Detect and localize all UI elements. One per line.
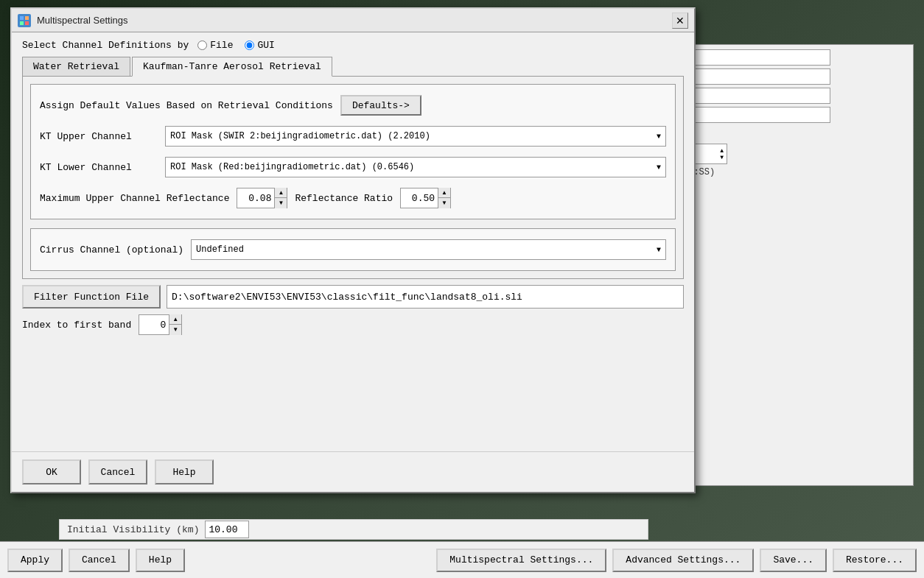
- tab-panel: Assign Default Values Based on Retrieval…: [22, 77, 684, 279]
- radio-file[interactable]: File: [197, 40, 233, 51]
- max-upper-arrows: ▲ ▼: [274, 188, 287, 208]
- radio-gui[interactable]: GUI: [245, 40, 274, 51]
- reflectance-ratio-up[interactable]: ▲: [438, 188, 450, 198]
- advanced-settings-button[interactable]: Advanced Settings...: [612, 549, 754, 572]
- cancel-button[interactable]: Cancel: [88, 459, 147, 484]
- ok-button[interactable]: OK: [22, 459, 81, 484]
- toolbar-help-button[interactable]: Help: [136, 549, 185, 572]
- multispectral-settings-button[interactable]: Multispectral Settings...: [436, 549, 606, 572]
- reflectance-ratio-input[interactable]: [401, 188, 438, 208]
- tab-water-retrieval[interactable]: Water Retrieval: [22, 57, 130, 76]
- right-panel-row-3: [683, 88, 909, 104]
- index-spinner[interactable]: ▲ ▼: [139, 314, 182, 335]
- radio-gui-label: GUI: [257, 40, 274, 51]
- right-panel-row-2: [683, 68, 909, 85]
- right-panel-row-4: [683, 107, 909, 123]
- reflectance-ratio-spinner[interactable]: ▲ ▼: [400, 188, 451, 208]
- title-bar-left: Multispectral Settings: [18, 14, 128, 27]
- index-row: Index to first band ▲ ▼: [22, 314, 684, 335]
- tab-kaufman-tanre[interactable]: Kaufman-Tanre Aerosol Retrieval: [132, 57, 332, 77]
- right-spinner-up[interactable]: ▲: [720, 147, 724, 154]
- kt-lower-dropdown[interactable]: ROI Mask (Red:beijingradiometric.dat) (0…: [165, 157, 666, 177]
- app-icon: [18, 14, 31, 27]
- initial-visibility-label: Initial Visibility (km): [67, 524, 199, 535]
- right-panel: 0 ▲ ▼ MM:SS): [678, 44, 914, 486]
- channel-def-label: Select Channel Definitions by: [22, 40, 189, 51]
- right-panel-row-1: [683, 49, 909, 66]
- max-upper-down[interactable]: ▼: [275, 198, 287, 208]
- max-upper-input[interactable]: [237, 188, 274, 208]
- kt-upper-arrow: ▼: [657, 133, 661, 141]
- restore-button[interactable]: Restore...: [833, 549, 917, 572]
- svg-rect-3: [25, 21, 29, 25]
- dialog-title: Multispectral Settings: [37, 15, 128, 26]
- initial-visibility-input[interactable]: [205, 521, 249, 538]
- dialog-buttons: OK Cancel Help: [12, 451, 694, 492]
- index-up[interactable]: ▲: [169, 314, 181, 325]
- defaults-label: Assign Default Values Based on Retrieval…: [40, 100, 333, 111]
- svg-rect-0: [20, 16, 24, 20]
- cirrus-dropdown[interactable]: Undefined ▼: [191, 239, 666, 260]
- index-arrows: ▲ ▼: [169, 314, 181, 335]
- tabs-row: Water Retrieval Kaufman-Tanre Aerosol Re…: [22, 57, 684, 77]
- defaults-button[interactable]: Defaults->: [340, 95, 421, 116]
- defaults-row: Assign Default Values Based on Retrieval…: [40, 95, 666, 116]
- kt-upper-row: KT Upper Channel ROI Mask (SWIR 2:beijin…: [40, 126, 666, 147]
- dialog-content: Select Channel Definitions by File GUI W…: [12, 32, 694, 451]
- index-input[interactable]: [139, 315, 169, 334]
- max-upper-label: Maximum Upper Channel Reflectance: [40, 193, 229, 204]
- svg-rect-1: [25, 16, 29, 20]
- toolbar-cancel-button[interactable]: Cancel: [69, 549, 130, 572]
- radio-gui-input[interactable]: [245, 40, 254, 50]
- kt-upper-value: ROI Mask (SWIR 2:beijingradiometric.dat)…: [170, 131, 430, 141]
- right-panel-row-6: MM:SS): [683, 167, 909, 177]
- index-down[interactable]: ▼: [169, 325, 181, 335]
- cirrus-label: Cirrus Channel (optional): [40, 244, 183, 255]
- kt-lower-value: ROI Mask (Red:beijingradiometric.dat) (0…: [170, 162, 414, 172]
- apply-button[interactable]: Apply: [7, 549, 63, 572]
- radio-file-input[interactable]: [197, 40, 207, 50]
- radio-file-label: File: [210, 40, 233, 51]
- cirrus-arrow: ▼: [657, 246, 661, 254]
- help-button[interactable]: Help: [155, 459, 214, 484]
- right-panel-row-5: 0 ▲ ▼: [683, 144, 909, 164]
- reflectance-ratio-arrows: ▲ ▼: [438, 188, 450, 208]
- save-button[interactable]: Save...: [760, 549, 827, 572]
- right-spinner-down[interactable]: ▼: [720, 154, 724, 161]
- title-bar: Multispectral Settings ✕: [12, 9, 694, 32]
- toolbar-right-group: Multispectral Settings... Advanced Setti…: [436, 549, 917, 572]
- close-button[interactable]: ✕: [672, 13, 688, 29]
- radio-group: File GUI: [197, 40, 275, 51]
- reflectance-ratio-label: Reflectance Ratio: [295, 193, 393, 204]
- kt-upper-dropdown[interactable]: ROI Mask (SWIR 2:beijingradiometric.dat)…: [165, 126, 666, 147]
- filter-function-input[interactable]: [167, 285, 684, 309]
- dialog-window: Multispectral Settings ✕ Select Channel …: [10, 7, 696, 493]
- kt-lower-row: KT Lower Channel ROI Mask (Red:beijingra…: [40, 157, 666, 177]
- channel-def-row: Select Channel Definitions by File GUI: [22, 40, 684, 51]
- kt-upper-label: KT Upper Channel: [40, 131, 158, 142]
- right-panel-input-2[interactable]: [683, 68, 830, 85]
- reflectance-ratio-down[interactable]: ▼: [438, 198, 450, 208]
- cirrus-box: Cirrus Channel (optional) Undefined ▼: [30, 228, 676, 271]
- tabs-container: Water Retrieval Kaufman-Tanre Aerosol Re…: [22, 57, 684, 279]
- filter-row: Filter Function File: [22, 285, 684, 309]
- behind-row: Initial Visibility (km): [59, 519, 648, 540]
- bottom-toolbar: Apply Cancel Help Multispectral Settings…: [0, 541, 924, 578]
- right-panel-input-3[interactable]: [683, 88, 830, 104]
- max-upper-up[interactable]: ▲: [275, 188, 287, 198]
- max-upper-spinner[interactable]: ▲ ▼: [237, 188, 287, 208]
- max-upper-row: Maximum Upper Channel Reflectance ▲ ▼ Re…: [40, 188, 666, 208]
- retrieval-conditions-box: Assign Default Values Based on Retrieval…: [30, 84, 676, 219]
- kt-lower-arrow: ▼: [657, 163, 661, 172]
- cirrus-value: Undefined: [196, 244, 244, 255]
- kt-lower-label: KT Lower Channel: [40, 162, 158, 173]
- right-panel-input-1[interactable]: [683, 49, 830, 66]
- cirrus-row: Cirrus Channel (optional) Undefined ▼: [40, 239, 666, 260]
- filter-function-button[interactable]: Filter Function File: [22, 285, 161, 309]
- index-label: Index to first band: [22, 320, 131, 331]
- svg-rect-2: [20, 21, 24, 25]
- right-panel-input-4[interactable]: [683, 107, 830, 123]
